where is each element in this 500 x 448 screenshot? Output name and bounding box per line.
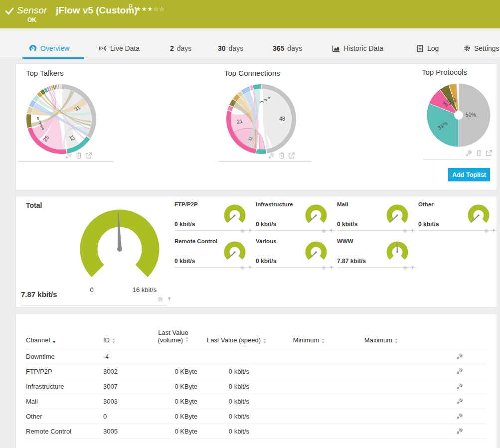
channel-gauge bbox=[222, 203, 248, 226]
toplist-open-icon[interactable] bbox=[288, 152, 295, 159]
tab-settings[interactable]: Settings bbox=[463, 42, 500, 55]
toplist-settings-icon[interactable] bbox=[268, 152, 275, 159]
tab-2-days[interactable]: 2days bbox=[170, 42, 191, 55]
cell-fill bbox=[419, 424, 457, 439]
channel-gauge bbox=[384, 203, 410, 226]
gauge-pin-icon[interactable] bbox=[410, 228, 415, 234]
toplist-title-connections: Top Connections bbox=[224, 69, 280, 77]
gauge-pin-icon[interactable] bbox=[329, 265, 334, 271]
gauge-settings-icon[interactable] bbox=[484, 228, 489, 234]
tab-live-data-label: Live Data bbox=[110, 44, 140, 52]
gauge-pin-icon[interactable] bbox=[329, 228, 334, 234]
flag-icon[interactable] bbox=[127, 4, 134, 10]
cell-speed: 0 kbit/s bbox=[199, 364, 274, 379]
gauge-pin-icon[interactable] bbox=[247, 265, 253, 271]
gauge-settings-icon[interactable] bbox=[402, 228, 408, 234]
channel-row-ftp-p2p[interactable]: FTP/P2P30020 KByte0 kbit/s bbox=[26, 364, 487, 379]
toplist-delete-icon[interactable] bbox=[476, 149, 483, 156]
tab-live-data[interactable]: Live Data bbox=[98, 42, 140, 55]
channel-settings-icon[interactable] bbox=[457, 383, 463, 389]
channel-gauge-mail[interactable]: Mail0 kbit/s bbox=[337, 199, 416, 231]
gauge-channel-label: Infrastructure bbox=[256, 201, 293, 207]
column-header-last-value-speed[interactable]: Last Value (speed) bbox=[199, 326, 274, 349]
toplist-delete-icon[interactable] bbox=[278, 152, 285, 159]
tab-historic-data[interactable]: Historic Data bbox=[332, 42, 383, 55]
channel-gauge-ftp-p2p[interactable]: FTP/P2P0 kbit/s bbox=[174, 199, 254, 231]
gear-icon bbox=[463, 44, 471, 52]
column-header-minimum[interactable]: Minimum bbox=[274, 326, 344, 349]
toplist-settings-icon[interactable] bbox=[65, 152, 72, 159]
add-toplist-button[interactable]: Add Toplist bbox=[448, 168, 490, 181]
cell-volume: 0 KByte bbox=[147, 394, 199, 409]
channel-settings-icon[interactable] bbox=[457, 353, 463, 359]
toplist-settings-icon[interactable] bbox=[466, 149, 473, 156]
status-check-icon bbox=[5, 6, 14, 15]
channel-row-remote-control[interactable]: Remote Control30050 KByte0 kbit/s bbox=[26, 424, 487, 439]
cell-volume bbox=[147, 349, 199, 364]
tab-historic-data-label: Historic Data bbox=[343, 44, 383, 52]
toplist-open-icon[interactable] bbox=[486, 149, 493, 156]
stars-filled: ★★★ bbox=[136, 5, 153, 12]
channel-gauge-various[interactable]: Various0 kbit/s bbox=[256, 236, 335, 268]
gauge-settings-icon[interactable] bbox=[157, 296, 164, 302]
sort-icon bbox=[112, 338, 116, 344]
cell-speed: 0 kbit/s bbox=[199, 379, 274, 394]
column-header-maximum[interactable]: Maximum bbox=[344, 326, 419, 349]
gauge-settings-icon[interactable] bbox=[240, 265, 245, 271]
gauge-channel-value: 0 kbit/s bbox=[256, 221, 276, 228]
channel-settings-icon[interactable] bbox=[457, 428, 463, 434]
cell-min bbox=[274, 364, 344, 379]
gauge-pin-icon[interactable] bbox=[166, 296, 172, 302]
gauge-icon bbox=[28, 44, 37, 53]
chart-label: 50% bbox=[466, 112, 476, 118]
column-header-last-value-volume[interactable]: Last Value (volume) bbox=[147, 326, 199, 349]
gauge-settings-icon[interactable] bbox=[321, 228, 327, 234]
channel-gauge-other[interactable]: Other0 kbit/s bbox=[418, 199, 498, 231]
channel-gauge bbox=[303, 240, 329, 263]
top-talkers-chart[interactable]: 3112255333 bbox=[26, 84, 97, 154]
channel-settings-icon[interactable] bbox=[457, 413, 463, 419]
cell-fill bbox=[419, 394, 457, 409]
toplists-card: Top Talkers 3112255333 Top Connections 4… bbox=[16, 64, 497, 190]
channel-gauge-infrastructure[interactable]: Infrastructure0 kbit/s bbox=[256, 199, 335, 231]
tab-30-days[interactable]: 30days bbox=[218, 42, 243, 55]
gauge-settings-icon[interactable] bbox=[402, 265, 408, 271]
gauge-pin-icon[interactable] bbox=[491, 228, 497, 234]
channel-gauges-grid: FTP/P2P0 kbit/sInfrastructure0 kbit/sMai… bbox=[174, 199, 498, 268]
chart-label: 21 bbox=[236, 118, 243, 125]
cell-channel: Mail bbox=[26, 394, 103, 409]
gauge-settings-icon[interactable] bbox=[240, 228, 245, 234]
toplist-talkers-actions bbox=[65, 152, 92, 159]
cell-id: 3002 bbox=[103, 364, 147, 379]
channel-row-infrastructure[interactable]: Infrastructure30070 KByte0 kbit/s bbox=[26, 379, 487, 394]
channel-settings-icon[interactable] bbox=[457, 398, 463, 404]
tab-overview-label: Overview bbox=[40, 44, 69, 52]
gauge-settings-icon[interactable] bbox=[321, 265, 327, 271]
channel-row-mail[interactable]: Mail30030 KByte0 kbit/s bbox=[26, 394, 487, 409]
top-connections-chart[interactable]: 482111334 bbox=[226, 84, 297, 154]
cell-id: 3005 bbox=[103, 424, 147, 439]
cell-channel: Downtime bbox=[26, 349, 103, 364]
channel-gauge-www[interactable]: WWW7.87 kbit/s bbox=[337, 236, 416, 268]
cell-volume: 0 KByte bbox=[147, 364, 199, 379]
gauge-pin-icon[interactable] bbox=[410, 265, 415, 271]
tab-365-days[interactable]: 365days bbox=[273, 42, 302, 55]
divider bbox=[218, 161, 312, 162]
column-header-id[interactable]: ID bbox=[103, 326, 147, 349]
priority-stars[interactable]: ★★★☆☆ bbox=[136, 5, 165, 12]
channel-row-other[interactable]: Other00 KByte0 kbit/s bbox=[26, 409, 487, 424]
tab-log[interactable]: Log bbox=[416, 42, 439, 55]
channel-gauge-remote-control[interactable]: Remote Control0 kbit/s bbox=[174, 236, 254, 268]
gauge-channel-label: Mail bbox=[337, 201, 348, 207]
channel-settings-icon[interactable] bbox=[457, 368, 463, 374]
cell-fill bbox=[419, 379, 457, 394]
toplist-delete-icon[interactable] bbox=[75, 152, 82, 159]
tab-overview[interactable]: Overview bbox=[28, 42, 69, 55]
top-protocols-chart[interactable]: 50%31%9%5%4% bbox=[425, 82, 492, 149]
channel-row-downtime[interactable]: Downtime-4 bbox=[26, 349, 487, 364]
cell-fill bbox=[419, 409, 457, 424]
cell-channel: FTP/P2P bbox=[26, 364, 103, 379]
toplist-open-icon[interactable] bbox=[85, 152, 92, 159]
gauge-pin-icon[interactable] bbox=[247, 228, 253, 234]
column-header-channel[interactable]: Channel bbox=[26, 326, 103, 349]
